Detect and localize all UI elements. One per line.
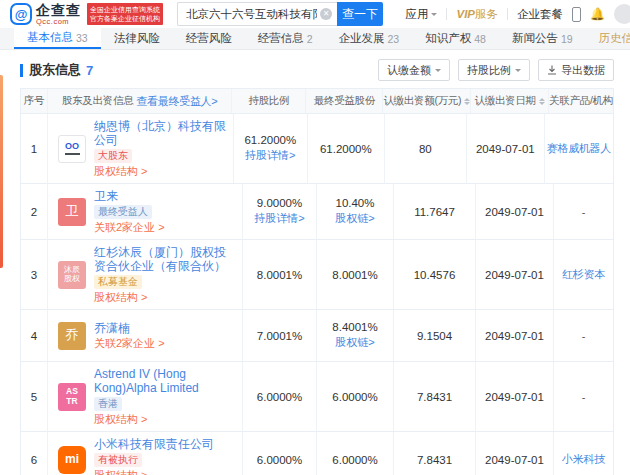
tab-知识产权[interactable]: 知识产权48 xyxy=(412,28,499,49)
shareholder-row: 1OO纳恩博（北京）科技有限公司大股东股权结构 >61.2000%持股详情>61… xyxy=(21,113,613,183)
shareholder-info: 小米科技有限责任公司有被执行股权结构 > xyxy=(94,437,214,475)
holding-detail-link[interactable]: 持股详情> xyxy=(254,211,304,226)
avatar-text: 股权 xyxy=(64,275,80,284)
shareholder-row: 5ASTRAstrend IV (Hong Kong)Alpha Limited… xyxy=(21,361,613,431)
tab-经营风险[interactable]: 经营风险 xyxy=(173,28,245,49)
amount-cell: 9.1504 xyxy=(393,310,475,361)
equity-structure-link[interactable]: 关联2家企业 > xyxy=(94,337,165,350)
col-amount[interactable]: 认缴出资额(万元) xyxy=(382,89,470,113)
equity-chain-link[interactable]: 股权链> xyxy=(335,335,374,350)
shareholder-cell: mi小米科技有限责任公司有被执行股权结构 > xyxy=(47,432,242,475)
tab-count: 2 xyxy=(307,33,313,45)
final-shares-value: 8.0001% xyxy=(332,269,377,281)
shareholder-cell: OO纳恩博（北京）科技有限公司大股东股权结构 > xyxy=(47,114,233,183)
left-edge-widget-sliver[interactable] xyxy=(0,75,3,268)
tag-line: 最终受益人 xyxy=(94,205,165,219)
mobile-app-icon[interactable] xyxy=(572,7,581,22)
company-tab-bar: 基本信息33法律风险经营风险经营信息2企业发展23知识产权48新闻公告19历史信… xyxy=(0,28,630,50)
filter-ratio-button[interactable]: 持股比例 xyxy=(458,59,530,81)
related-product-link[interactable]: 小米科技 xyxy=(562,452,605,467)
shareholder-avatar: ASTR xyxy=(58,383,86,411)
equity-structure-link[interactable]: 关联2家企业 > xyxy=(94,221,165,234)
date-cell: 2049-07-01 xyxy=(475,362,553,431)
ratio-value: 6.0000% xyxy=(257,454,302,466)
related-product-link[interactable]: 红杉资本 xyxy=(562,267,605,282)
shareholder-info: 卫来最终受益人关联2家企业 > xyxy=(94,189,165,234)
date-cell: 2049-07-01 xyxy=(475,310,553,361)
apps-menu[interactable]: 应用 xyxy=(405,7,437,22)
tab-label: 经营风险 xyxy=(186,31,232,46)
final-shares-cell: 8.4001%股权链> xyxy=(316,310,393,361)
shareholder-row: 4乔乔潇楠关联2家企业 >7.0001%8.4001%股权链>9.1504204… xyxy=(21,309,613,361)
tab-经营信息[interactable]: 经营信息2 xyxy=(245,28,326,49)
ratio-value: 9.0000% xyxy=(257,197,302,209)
tab-历史信息[interactable]: 历史信息3VIP xyxy=(586,28,630,49)
related-cell: 赛格威机器人 xyxy=(544,114,613,183)
holding-detail-link[interactable]: 持股详情> xyxy=(245,148,295,163)
view-beneficiary-link[interactable]: 查看最终受益人> xyxy=(136,94,217,109)
qcc-logo[interactable]: @ 企查查 Qcc.com xyxy=(10,3,81,26)
shareholder-cell: 沐辰股权红杉沐辰（厦门）股权投资合伙企业（有限合伙）私募基金股权结构 > xyxy=(47,240,242,309)
tab-基本信息[interactable]: 基本信息33 xyxy=(14,28,101,49)
equity-structure-link[interactable]: 股权结构 > xyxy=(94,469,214,475)
equity-structure-link[interactable]: 股权结构 > xyxy=(94,165,227,178)
shareholder-name-link[interactable]: 小米科技有限责任公司 xyxy=(94,437,214,451)
filter-amount-button[interactable]: 认缴金额 xyxy=(378,59,450,81)
ratio-cell: 6.0000% xyxy=(242,362,316,431)
equity-chain-link[interactable]: 股权链> xyxy=(335,211,374,226)
row-number: 2 xyxy=(21,184,47,239)
search-button[interactable]: 查一下 xyxy=(337,2,383,26)
divider xyxy=(507,8,508,20)
shareholder-info: 乔潇楠关联2家企业 > xyxy=(94,321,165,350)
download-icon xyxy=(547,65,557,75)
notification-bell-icon[interactable]: 🔔 xyxy=(590,7,605,21)
final-shares-cell: 61.2000% xyxy=(307,114,384,183)
vip-service-link[interactable]: VIP服务 xyxy=(456,7,498,22)
row-number: 5 xyxy=(21,362,47,431)
shareholder-name-link[interactable]: 纳恩博（北京）科技有限公司 xyxy=(94,119,227,147)
col-final-shares: 最终受益股份 xyxy=(305,89,382,113)
amount-cell: 80 xyxy=(384,114,466,183)
avatar-text: 乔 xyxy=(66,328,79,342)
ratio-value: 7.0001% xyxy=(257,330,302,342)
final-shares-value: 6.0000% xyxy=(332,454,377,466)
col-ratio: 持股比例 xyxy=(231,89,305,113)
tab-label: 知识产权 xyxy=(425,31,471,46)
col-date[interactable]: 认缴出资日期 xyxy=(470,89,548,113)
tab-label: 经营信息 xyxy=(258,31,304,46)
amount-cell: 7.8431 xyxy=(393,362,475,431)
final-shares-value: 61.2000% xyxy=(320,143,372,155)
amount-cell: 11.7647 xyxy=(393,184,475,239)
clear-search-icon[interactable]: ✕ xyxy=(320,8,332,20)
tab-企业发展[interactable]: 企业发展23 xyxy=(326,28,413,49)
user-avatar[interactable] xyxy=(614,4,630,24)
export-data-button[interactable]: 导出数据 xyxy=(538,59,614,81)
shareholder-info: 纳恩博（北京）科技有限公司大股东股权结构 > xyxy=(94,119,227,178)
amount-cell: 10.4576 xyxy=(393,240,475,309)
shareholder-name-link[interactable]: 红杉沐辰（厦门）股权投资合伙企业（有限合伙） xyxy=(94,245,236,273)
equity-structure-link[interactable]: 股权结构 > xyxy=(94,413,236,426)
tag-line: 私募基金 xyxy=(94,275,236,289)
avatar-text: mi xyxy=(65,453,79,466)
date-cell: 2049-07-01 xyxy=(475,184,553,239)
final-shares-value: 10.40% xyxy=(335,197,374,209)
related-cell: 红杉资本 xyxy=(553,240,613,309)
tab-label: 企业发展 xyxy=(339,31,385,46)
shareholder-name-link[interactable]: Astrend IV (Hong Kong)Alpha Limited xyxy=(94,367,236,395)
related-product-link[interactable]: 赛格威机器人 xyxy=(547,141,611,156)
ratio-cell: 9.0000%持股详情> xyxy=(242,184,316,239)
enterprise-package-link[interactable]: 企业套餐 xyxy=(517,7,563,22)
tab-新闻公告[interactable]: 新闻公告19 xyxy=(499,28,586,49)
equity-structure-link[interactable]: 股权结构 > xyxy=(94,291,236,304)
tab-label: 历史信息 xyxy=(599,31,630,46)
row-number: 4 xyxy=(21,310,47,361)
shareholder-name-link[interactable]: 乔潇楠 xyxy=(94,321,165,335)
ratio-cell: 7.0001% xyxy=(242,310,316,361)
shareholder-name-link[interactable]: 卫来 xyxy=(94,189,165,203)
tab-法律风险[interactable]: 法律风险 xyxy=(101,28,173,49)
final-shares-cell: 6.0000% xyxy=(316,432,393,475)
search-input[interactable] xyxy=(177,2,337,26)
sort-icon[interactable] xyxy=(539,98,545,105)
ratio-value: 6.0000% xyxy=(257,391,302,403)
shareholder-avatar: 乔 xyxy=(58,322,86,350)
